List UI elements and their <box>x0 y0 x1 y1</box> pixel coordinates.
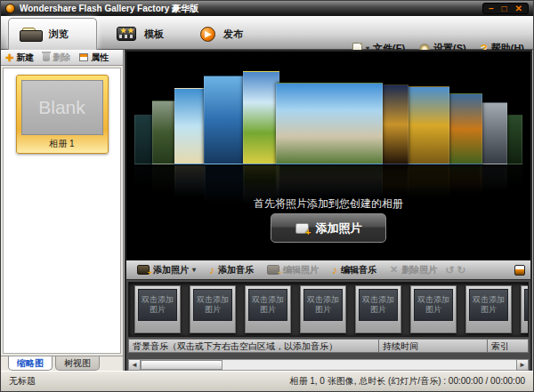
arch-photo-reflection <box>480 165 507 196</box>
slideshow-options-icon[interactable] <box>514 265 525 276</box>
add-photos-button[interactable]: 添加照片 <box>271 213 386 243</box>
tab-template-label: 模板 <box>144 28 164 41</box>
timeline-slot[interactable]: 双击添加图片 <box>355 285 401 333</box>
camera-edit-icon <box>267 265 279 275</box>
edit-music-tool-button[interactable]: ♪ 编辑音乐 <box>327 260 382 279</box>
album-sidebar: ✚ 新建 删除 属性 Blank 相册 1 缩略图 树视图 <box>1 50 124 371</box>
background-music-track[interactable]: 背景音乐（双击或下方右击空白区域，以添加音乐） <box>128 339 379 353</box>
timeline-scrollbar: ◄ ► <box>128 359 529 371</box>
delete-x-icon: ✕ <box>390 264 398 276</box>
camera-plus-icon <box>137 265 150 275</box>
tab-browse[interactable]: 浏览 <box>8 18 97 50</box>
dark-teal-photo-reflection <box>134 165 154 190</box>
scrollbar-track[interactable] <box>141 359 516 371</box>
status-bar: 无标题 相册 1, 0 张图像, 总时长 (幻灯片/音乐) : 00:00:00… <box>1 371 533 391</box>
dark-teal-photo <box>134 115 154 164</box>
timeline-slot-label: 双击添加图片 <box>524 289 529 321</box>
timeline-slot[interactable]: 双击添加图片 <box>245 285 291 333</box>
maximize-button[interactable]: □ <box>502 4 507 13</box>
tab-tree-view[interactable]: 树视图 <box>55 356 100 371</box>
tab-publish-label: 发布 <box>223 28 243 41</box>
window-title: Wondershare Flash Gallery Factory 豪华版 <box>20 3 198 15</box>
timeline-slot[interactable]: 双击添加图片 <box>465 285 512 333</box>
music-note-edit-icon: ♪ <box>332 266 337 275</box>
edit-photo-tool-label: 编辑照片 <box>283 264 319 276</box>
album-properties-label: 属性 <box>91 52 109 64</box>
trash-icon <box>43 53 50 61</box>
delete-photo-tool-label: 删除照片 <box>401 264 437 276</box>
beach-photo <box>174 88 206 164</box>
timeline-slot-label: 双击添加图片 <box>303 289 343 321</box>
timeline-slot[interactable]: 双击添加图片 <box>134 285 181 333</box>
window-controls: – □ ✕ <box>482 3 529 14</box>
slide-timeline: 双击添加图片双击添加图片双击添加图片双击添加图片双击添加图片双击添加图片双击添加… <box>128 282 529 337</box>
plus-icon: ✚ <box>5 53 13 62</box>
close-button[interactable]: ✕ <box>515 4 522 13</box>
album-properties-button[interactable]: 属性 <box>75 50 113 65</box>
gold-pillar-photo <box>382 84 409 164</box>
folder-icon <box>20 28 41 42</box>
new-album-label: 新建 <box>16 52 34 64</box>
arch-photo <box>480 102 507 164</box>
music-track-header: 背景音乐（双击或下方右击空白区域，以添加音乐） 持续时间 索引 <box>128 339 529 353</box>
preview-canvas: 首先将照片添加到您创建的相册 添加照片 <box>126 52 530 260</box>
tab-browse-label: 浏览 <box>49 28 69 41</box>
edit-photo-tool-button[interactable]: 编辑照片 <box>262 260 324 279</box>
timeline-slot-label: 双击添加图片 <box>359 289 398 321</box>
status-project-title: 无标题 <box>9 375 36 388</box>
add-photo-tool-label: 添加照片 <box>153 264 189 276</box>
status-album-summary: 相册 1, 0 张图像, 总时长 (幻灯片/音乐) : 00:00:00 / 0… <box>289 375 525 388</box>
castle-green-photo <box>152 100 176 164</box>
timeline-panel: 添加照片 ▾ ♪ 添加音乐 编辑照片 ♪ 编辑音乐 ✕ 删除照片 <box>126 260 530 372</box>
main-tab-bar: 浏览 模板 发布 ▾ 文件(F) 设置(S) ? 帮助(H) <box>1 16 533 50</box>
album-card[interactable]: Blank 相册 1 <box>16 75 109 154</box>
timeline-slot[interactable]: 双击添加图片 <box>300 285 346 333</box>
new-album-button[interactable]: ✚ 新建 <box>1 50 38 65</box>
music-note-plus-icon: ♪ <box>209 266 214 275</box>
delete-photo-tool-button[interactable]: ✕ 删除照片 <box>384 260 442 279</box>
scroll-left-button[interactable]: ◄ <box>128 359 141 371</box>
add-music-tool-button[interactable]: ♪ 添加音乐 <box>204 260 259 279</box>
add-photo-tool-button[interactable]: 添加照片 ▾ <box>132 260 201 279</box>
delete-album-label: 删除 <box>53 52 70 64</box>
delete-album-button[interactable]: 删除 <box>38 50 75 65</box>
tab-template[interactable]: 模板 <box>106 18 174 50</box>
timeline-slot[interactable]: 双击添加图片 <box>410 285 457 333</box>
add-photos-button-label: 添加照片 <box>316 220 362 236</box>
publish-arrow-icon <box>200 27 215 42</box>
scroll-right-button[interactable]: ► <box>516 359 529 371</box>
rotate-right-icon[interactable]: ↻ <box>457 264 465 276</box>
add-photo-icon <box>295 223 309 234</box>
tab-publish[interactable]: 发布 <box>190 18 254 50</box>
album-name: 相册 1 <box>21 135 103 151</box>
app-window: Wondershare Flash Gallery Factory 豪华版 – … <box>0 0 534 392</box>
sidebar-toolbar: ✚ 新建 删除 属性 <box>1 50 123 66</box>
sidebar-view-tabs: 缩略图 树视图 <box>1 356 123 371</box>
timeline-slot-label: 双击添加图片 <box>193 289 232 321</box>
fountain-photo <box>204 76 245 164</box>
timeline-slot-label: 双击添加图片 <box>138 289 177 321</box>
add-music-tool-label: 添加音乐 <box>218 264 254 276</box>
timeline-slot[interactable]: 双击添加图片 <box>190 285 236 333</box>
rotate-left-icon[interactable]: ↺ <box>445 264 454 276</box>
minimize-button[interactable]: – <box>489 4 494 13</box>
scrollbar-thumb[interactable] <box>141 360 222 370</box>
chevron-down-icon: ▾ <box>192 266 196 274</box>
app-logo-icon <box>5 4 15 13</box>
autumn-photo <box>449 93 482 164</box>
filmstrip-stars-icon <box>117 27 136 41</box>
canvas-hint-text: 首先将照片添加到您创建的相册 <box>126 196 530 212</box>
timeline-slot-label: 双击添加图片 <box>414 289 453 321</box>
autumn-photo-reflection <box>449 165 482 201</box>
index-column-header: 索引 <box>487 339 529 353</box>
edit-music-tool-label: 编辑音乐 <box>341 264 376 276</box>
timeline-toolbar: 添加照片 ▾ ♪ 添加音乐 编辑照片 ♪ 编辑音乐 ✕ 删除照片 <box>126 260 530 280</box>
green-field-photo <box>243 71 279 164</box>
timeline-slot[interactable]: 双击添加图片 <box>521 285 529 333</box>
main-area: 首先将照片添加到您创建的相册 添加照片 添加照片 ▾ ♪ 添加音乐 <box>125 50 532 371</box>
castle-green-photo-reflection <box>152 165 176 197</box>
properties-window-icon <box>79 53 88 61</box>
duration-column-header: 持续时间 <box>378 339 488 353</box>
tab-thumbnail-view[interactable]: 缩略图 <box>8 356 53 371</box>
album-list: Blank 相册 1 <box>3 68 121 354</box>
